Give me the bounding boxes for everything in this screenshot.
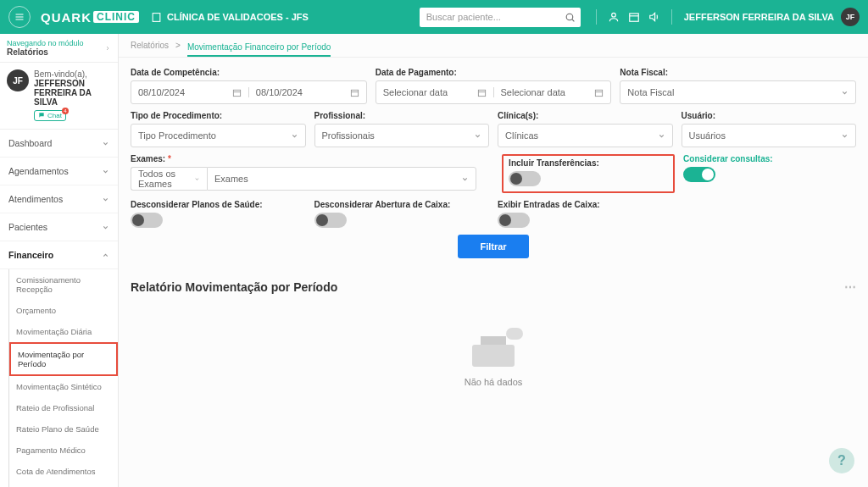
user-icon[interactable] (608, 11, 620, 23)
svg-rect-3 (153, 13, 160, 21)
chevron-down-icon (291, 132, 298, 140)
chat-icon (38, 112, 45, 119)
label-profissional: Profissional: (314, 111, 490, 120)
sidebar-avatar: JF (7, 69, 29, 91)
svg-rect-14 (351, 90, 358, 96)
chevron-down-icon (194, 175, 200, 183)
sidebar-item-atendimentos[interactable]: Atendimentos (0, 185, 118, 213)
sidebar-item-agendamentos[interactable]: Agendamentos (0, 158, 118, 185)
header: QUARK CLINIC CLÍNICA DE VALIDACOES - JFS… (0, 0, 868, 34)
printer-icon (472, 336, 515, 370)
header-user-name: JEFFERSON FERREIRA DA SILVA (684, 12, 834, 22)
toggle-exibir-entradas[interactable] (498, 213, 530, 228)
label-data-pag: Data de Pagamento: (376, 68, 612, 77)
label-exibir-entradas: Exibir Entradas de Caixa: (498, 200, 673, 209)
sidebar: Navegando no módulo Relatórios JF Bem-vi… (0, 34, 119, 487)
submenu-materiais[interactable]: Materiais e Medicamentos (9, 482, 118, 487)
submenu-mov-diaria[interactable]: Movimentação Diária (9, 321, 118, 342)
date-range-pagamento[interactable]: Selecionar data Selecionar data (376, 80, 612, 104)
submenu-cota[interactable]: Cota de Atendimentos (9, 461, 118, 482)
date-range-competencia[interactable]: 08/10/2024 08/10/2024 (131, 80, 367, 104)
select-tipo-proc[interactable]: Tipo Procedimento (131, 124, 306, 147)
submenu-financeiro: Comissionamento Recepção Orçamento Movim… (8, 269, 118, 487)
chevron-down-icon (841, 132, 849, 140)
more-icon[interactable]: ⋯ (844, 280, 856, 294)
submenu-mov-periodo[interactable]: Movimentação por Período (9, 342, 118, 376)
help-fab[interactable]: ? (829, 448, 854, 473)
filters: Data de Competência: 08/10/2024 08/10/20… (119, 58, 868, 268)
sidebar-item-financeiro[interactable]: Financeiro (0, 241, 118, 269)
select-nota-fiscal[interactable]: Nota Fiscal (620, 80, 856, 104)
search-input[interactable] (420, 8, 581, 27)
separator (671, 9, 672, 25)
chevron-down-icon (474, 132, 481, 140)
menu-toggle-button[interactable] (8, 6, 31, 28)
label-tipo-proc: Tipo de Procedimento: (131, 111, 306, 120)
search-wrap (420, 8, 581, 27)
breadcrumb-current: Movimentação Financeiro por Período (187, 42, 331, 57)
submenu-comissionamento[interactable]: Comissionamento Recepção (9, 269, 118, 300)
sidebar-item-dashboard[interactable]: Dashboard (0, 130, 118, 158)
submenu-rateio-plano[interactable]: Rateio Plano de Saúde (9, 418, 118, 440)
svg-marker-11 (650, 13, 655, 20)
welcome-user: JEFFERSON FERREIRA DA SILVA (34, 79, 111, 107)
label-data-comp: Data de Competência: (131, 68, 367, 77)
logo: QUARK CLINIC (41, 10, 139, 25)
calendar-icon[interactable] (628, 11, 640, 23)
volume-icon[interactable] (648, 11, 660, 23)
hamburger-icon (14, 12, 25, 22)
toggle-desc-planos[interactable] (131, 213, 163, 228)
chevron-up-icon (102, 252, 109, 259)
svg-rect-9 (630, 14, 639, 21)
svg-point-8 (611, 13, 615, 17)
breadcrumb-root[interactable]: Relatórios (131, 41, 169, 50)
chevron-down-icon (102, 140, 109, 147)
select-exames[interactable]: Todos os Exames Exames (131, 167, 476, 191)
select-usuario[interactable]: Usuários (682, 124, 857, 147)
chevron-down-icon (102, 168, 109, 175)
search-icon[interactable] (565, 11, 576, 26)
chat-button[interactable]: Chat 4 (34, 110, 66, 121)
nav-module-header[interactable]: Navegando no módulo Relatórios (0, 34, 118, 63)
label-clinicas: Clínica(s): (498, 111, 673, 120)
empty-state: Não há dados (131, 319, 856, 404)
label-desc-planos: Desconsiderar Planos de Saúde: (131, 200, 306, 209)
select-clinicas[interactable]: Clínicas (498, 124, 673, 147)
select-profissional[interactable]: Profissionais (314, 124, 490, 147)
breadcrumb: Relatórios > Movimentação Financeiro por… (119, 34, 868, 58)
breadcrumb-sep: > (175, 41, 181, 50)
submenu-mov-sintetico[interactable]: Movimentação Sintético (9, 376, 118, 397)
toggle-desc-abertura[interactable] (314, 213, 347, 228)
label-desc-abertura: Desconsiderar Abertura de Caixa: (314, 200, 490, 209)
chevron-down-icon (841, 89, 849, 97)
building-icon (151, 12, 162, 23)
calendar-icon (594, 88, 604, 97)
report-section: Relatório Movimentação por Período ⋯ Não… (119, 268, 868, 416)
main: Relatórios > Movimentação Financeiro por… (119, 34, 868, 487)
sidebar-item-pacientes[interactable]: Pacientes (0, 213, 118, 241)
clinic-name-text: CLÍNICA DE VALIDACOES - JFS (167, 12, 309, 22)
chevron-down-icon (461, 175, 469, 183)
chevron-down-icon (102, 224, 109, 231)
svg-rect-18 (596, 90, 603, 96)
nav-module-title: Relatórios (7, 47, 84, 57)
toggle-consid-cons[interactable] (683, 167, 715, 182)
label-consid-cons: Considerar consultas: (683, 154, 856, 163)
filter-button[interactable]: Filtrar (458, 235, 528, 258)
calendar-icon (477, 88, 487, 97)
label-exames: Exames: (131, 154, 476, 163)
submenu-orcamento[interactable]: Orçamento (9, 300, 118, 321)
calendar-icon (232, 88, 242, 97)
svg-line-7 (572, 19, 574, 20)
toggle-incluir-trans[interactable] (509, 171, 541, 186)
avatar[interactable]: JF (841, 8, 860, 26)
logo-sub: CLINIC (93, 11, 139, 23)
nav-module-label: Navegando no módulo (7, 39, 84, 47)
welcome-block: JF Bem-vindo(a), JEFFERSON FERREIRA DA S… (0, 63, 118, 130)
submenu-pagamento-medico[interactable]: Pagamento Médico (9, 440, 118, 461)
clinic-selector[interactable]: CLÍNICA DE VALIDACOES - JFS (151, 12, 309, 23)
svg-rect-16 (478, 90, 485, 96)
submenu-rateio-prof[interactable]: Rateio de Profissional (9, 397, 118, 418)
report-title: Relatório Movimentação por Período (131, 280, 337, 294)
label-nota-fiscal: Nota Fiscal: (620, 68, 856, 77)
